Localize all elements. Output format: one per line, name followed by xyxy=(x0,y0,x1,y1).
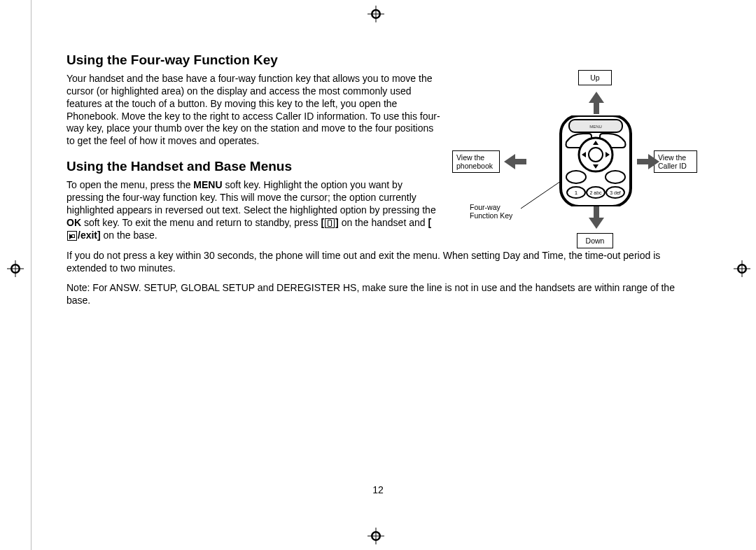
arrow-down-icon xyxy=(589,206,604,229)
svg-text:3 def: 3 def xyxy=(610,190,621,195)
section1-heading: Using the Four-way Function Key xyxy=(66,52,441,69)
exit-key-label: /exit] xyxy=(78,230,101,241)
svg-point-30 xyxy=(566,171,586,183)
page-content: Using the Four-way Function Key Your han… xyxy=(66,52,700,307)
figure-label-down: Down xyxy=(577,233,613,248)
arrow-left-icon xyxy=(504,154,526,169)
figure-label-up: Up xyxy=(578,70,612,85)
menu-key-label: MENU xyxy=(193,179,222,190)
svg-text:MENU: MENU xyxy=(589,125,602,129)
handset-illustration: MENU xyxy=(540,115,652,206)
svg-text:1: 1 xyxy=(575,190,578,196)
page-number: 12 xyxy=(0,484,756,495)
svg-marker-18 xyxy=(504,154,526,169)
registration-mark-icon xyxy=(734,260,750,277)
section2-body-a: To open the menu, press the MENU soft ke… xyxy=(66,179,441,242)
end-call-icon xyxy=(325,218,335,228)
registration-mark-icon xyxy=(7,260,24,277)
section2-timeout: If you do not press a key within 30 seco… xyxy=(66,250,700,275)
svg-marker-17 xyxy=(589,206,604,229)
section2-heading: Using the Handset and Base Menus xyxy=(66,159,441,175)
four-way-key-figure: Up Down View thephonebook View theCaller… xyxy=(452,52,700,248)
ok-key-label: OK xyxy=(66,217,81,228)
svg-text:2 abc: 2 abc xyxy=(589,190,602,195)
figure-label-right: View theCaller ID xyxy=(654,150,697,173)
registration-mark-icon xyxy=(368,528,384,544)
svg-point-31 xyxy=(606,171,625,183)
svg-marker-16 xyxy=(589,92,604,114)
play-stop-icon xyxy=(67,231,77,241)
svg-point-25 xyxy=(589,148,603,162)
arrow-up-icon xyxy=(589,92,604,114)
registration-mark-icon xyxy=(368,6,384,22)
section2-note: Note: For ANSW. SETUP, GLOBAL SETUP and … xyxy=(66,282,700,307)
left-margin-rule xyxy=(31,0,31,550)
figure-label-left: View thephonebook xyxy=(452,150,500,173)
section1-body: Your handset and the base have a four-wa… xyxy=(66,73,441,148)
